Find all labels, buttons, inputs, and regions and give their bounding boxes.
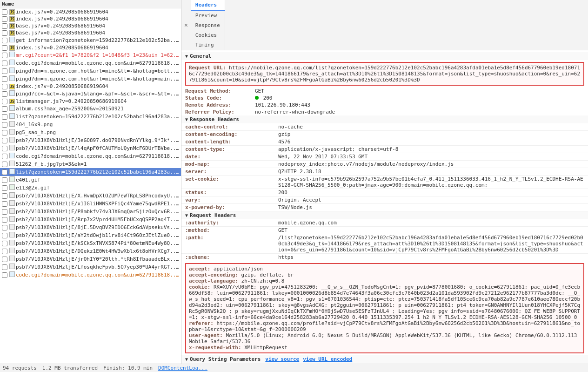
file-checkbox[interactable] bbox=[2, 249, 7, 254]
file-checkbox[interactable] bbox=[2, 201, 7, 207]
list-item[interactable]: psb?/V10JX8Vb1HzljE/P8mbkfv74v3JX6mqQar5… bbox=[0, 208, 181, 216]
list-item[interactable]: psb?/V10JX8Vb1HzljE/LfosqkheFpvb.5O7yep3… bbox=[0, 263, 181, 271]
file-checkbox[interactable] bbox=[2, 169, 7, 175]
file-checkbox[interactable] bbox=[2, 99, 7, 104]
list-item[interactable]: pingd?cc=-&ct=-&java=1&lang=-&pf=-&scl=-… bbox=[0, 90, 181, 98]
file-checkbox[interactable] bbox=[2, 209, 7, 215]
list-item[interactable]: code.cgi?domain=mobile.qzone.qq.com&uin=… bbox=[0, 152, 181, 160]
file-checkbox[interactable] bbox=[2, 225, 7, 230]
file-checkbox[interactable] bbox=[2, 106, 7, 112]
file-checkbox[interactable] bbox=[2, 53, 7, 58]
list-item[interactable]: list?qzonetoken=159d222776b212e102c52bab… bbox=[0, 168, 181, 176]
file-checkbox[interactable] bbox=[2, 91, 7, 97]
view-url-encoded-link[interactable]: view URL encoded bbox=[303, 356, 352, 362]
header-name: mod-map: bbox=[181, 161, 274, 168]
response-headers-section[interactable]: ▼ Response Headers bbox=[181, 115, 588, 123]
file-list: JSindex.js?v=0.24920850686919604JSindex.… bbox=[0, 8, 181, 279]
file-checkbox[interactable] bbox=[2, 122, 7, 128]
list-item[interactable]: JSindex.js?v=0.24920850686919604 bbox=[0, 8, 181, 15]
list-item[interactable]: code.cgi?domain=mobile.qzone.qq.com&uin=… bbox=[0, 59, 181, 67]
file-checkbox[interactable] bbox=[2, 76, 7, 82]
file-type-icon bbox=[9, 68, 16, 74]
file-checkbox[interactable] bbox=[2, 68, 7, 74]
tab-close-icon[interactable]: ✕ bbox=[181, 20, 191, 29]
list-item[interactable]: JSbase.js?v=0.24920850686919604 bbox=[0, 22, 181, 29]
list-item[interactable]: list?qzonetoken=159d222776b212e102c52bab… bbox=[0, 113, 181, 121]
file-checkbox[interactable] bbox=[2, 45, 7, 51]
list-item[interactable]: JSindex.js?v=0.24920850686919604 bbox=[0, 83, 181, 90]
left-panel: Name JSindex.js?v=0.24920850686919604JSi… bbox=[0, 0, 181, 364]
tab-timing[interactable]: Timing bbox=[191, 40, 225, 50]
file-checkbox[interactable] bbox=[2, 9, 7, 15]
response-headers-arrow-icon: ▼ bbox=[185, 117, 188, 122]
list-item[interactable]: psb?/V10JX8Vb1HzljE/Rrp7x2Vprd4UHM5FbUCx… bbox=[0, 216, 181, 223]
list-item[interactable]: 404_16x9.png bbox=[0, 121, 181, 129]
file-checkbox[interactable] bbox=[2, 114, 7, 120]
file-checkbox[interactable] bbox=[2, 233, 7, 238]
header-value: 4576 bbox=[274, 138, 588, 146]
file-checkbox[interactable] bbox=[2, 16, 7, 22]
list-item[interactable]: album.css?max_age=259200&v=20150921 bbox=[0, 105, 181, 113]
query-string-arrow-icon: ▼ bbox=[185, 357, 188, 362]
list-item[interactable]: e113@2x.gif bbox=[0, 184, 181, 192]
file-checkbox[interactable] bbox=[2, 177, 7, 183]
file-checkbox[interactable] bbox=[2, 30, 7, 36]
list-item[interactable]: JSindex.js?v=0.24920850686919604 bbox=[0, 44, 181, 51]
tab-headers[interactable]: Headers bbox=[191, 0, 225, 11]
list-item[interactable]: psb?/V10JX8Vb1HzljE/DQekz1E0Wt4HW3wXblx6… bbox=[0, 247, 181, 255]
file-checkbox[interactable] bbox=[2, 264, 7, 270]
request-headers-section[interactable]: ▼ Request Headers bbox=[181, 211, 588, 219]
file-checkbox[interactable] bbox=[2, 38, 7, 43]
file-checkbox[interactable] bbox=[2, 185, 7, 191]
list-item[interactable]: mr.cgi?count=2&f1_1=7820&f2_1=1048&f3_1=… bbox=[0, 51, 181, 59]
table-row: :method:GET bbox=[181, 227, 588, 234]
file-checkbox[interactable] bbox=[2, 257, 7, 262]
tab-cookies[interactable]: Cookies bbox=[191, 30, 225, 40]
list-item[interactable]: JSlistmanager.js?v=0.24920850686919604 bbox=[0, 98, 181, 105]
list-item[interactable]: psb?/V10JX8Vb1HzljE/aY2tdOwjb11rv8i4Ct96… bbox=[0, 231, 181, 239]
list-item[interactable]: JSindex.js?v=0.24920850686919604 bbox=[0, 15, 181, 22]
query-string-section[interactable]: ▼ Query String Parameters view source vi… bbox=[181, 355, 588, 363]
file-checkbox[interactable] bbox=[2, 162, 7, 167]
list-item[interactable]: psb?/V10JX8Vb1HzljE/8jE.5DvqBVZ9IDO6EckG… bbox=[0, 223, 181, 231]
file-checkbox[interactable] bbox=[2, 272, 7, 278]
status-code-row: Status Code: 200 bbox=[181, 95, 588, 101]
header-value: QZHTTP-2.38.18 bbox=[274, 168, 588, 176]
list-item[interactable]: psb?/V10JX8Vb1HzljE/jrOhIY0*20lth.*tRh8I… bbox=[0, 255, 181, 263]
header-name: :scheme: bbox=[181, 254, 274, 261]
file-checkbox[interactable] bbox=[2, 217, 7, 223]
file-checkbox[interactable] bbox=[2, 23, 7, 29]
dom-content-loaded-link[interactable]: DOMContentLoa... bbox=[158, 365, 207, 371]
header-value: gzip bbox=[274, 131, 588, 138]
list-item[interactable]: get_information?qzonetoken=159d222776b21… bbox=[0, 36, 181, 44]
file-checkbox[interactable] bbox=[2, 84, 7, 89]
list-item[interactable]: psb?/V10JX8Vb1HzljE/l4qApF0fCAUTMoUQynMc… bbox=[0, 144, 181, 152]
list-item[interactable]: psb?/V10JX8Vb1HzljE/X.HvmDpXlOZUM7eWTRpL… bbox=[0, 192, 181, 200]
file-checkbox[interactable] bbox=[2, 130, 7, 135]
list-item[interactable]: e401.gif bbox=[0, 176, 181, 184]
view-source-link[interactable]: view source bbox=[265, 356, 299, 362]
list-item[interactable]: psb?/V10JX8Vb1HzljE/3eGO897.do0790NvdRnY… bbox=[0, 136, 181, 144]
table-row: :path:/list?qzonetoken=159d222776b212e10… bbox=[181, 234, 588, 254]
list-item[interactable]: 51262_f_b.jpg?pt=3&ek=1 bbox=[0, 160, 181, 168]
list-item[interactable]: psb?/V10JX8Vb1HzljE/x1IGliHWNSXPFiQc4Yam… bbox=[0, 200, 181, 208]
list-item[interactable]: pingd?dm=m.qzone.com.hot&url=mine&tt=-&h… bbox=[0, 75, 181, 83]
file-checkbox[interactable] bbox=[2, 193, 7, 199]
general-section-header[interactable]: ▼ General bbox=[181, 52, 588, 60]
file-checkbox[interactable] bbox=[2, 61, 7, 66]
list-item[interactable]: psb?/V10JX8Vb1HzljE/kSCkSxTNVX5874Pi*8Oe… bbox=[0, 239, 181, 247]
file-checkbox[interactable] bbox=[2, 241, 7, 246]
list-item[interactable]: pg5_sao_h.png bbox=[0, 129, 181, 136]
list-item[interactable]: pingd?dm=m.qzone.com.hot&url=mine&tt=-&h… bbox=[0, 67, 181, 75]
file-checkbox[interactable] bbox=[2, 154, 7, 159]
header-name: :authority: bbox=[181, 219, 274, 227]
file-checkbox[interactable] bbox=[2, 138, 7, 143]
list-item[interactable]: JSbase.js?v=0.24920850686919604 bbox=[0, 29, 181, 36]
tab-response[interactable]: Response bbox=[191, 20, 225, 30]
table-row: vary:Origin, Accept bbox=[181, 196, 588, 204]
file-checkbox[interactable] bbox=[2, 146, 7, 151]
tab-preview[interactable]: Preview bbox=[191, 11, 225, 20]
table-row: content-encoding:gzip bbox=[181, 131, 588, 138]
file-type-icon bbox=[9, 208, 16, 215]
list-item[interactable]: code.cgi?domain=mobile.qzone.qq.com&uin=… bbox=[0, 271, 181, 279]
